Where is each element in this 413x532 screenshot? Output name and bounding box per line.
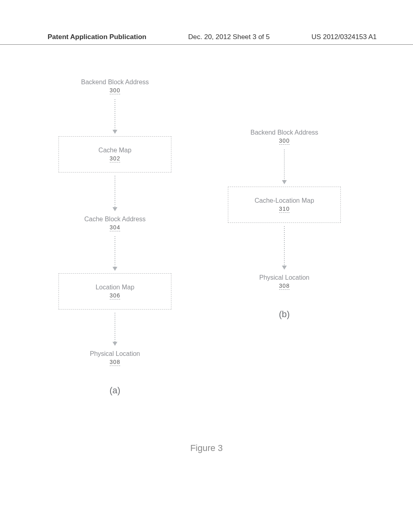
step-refnum: 300 xyxy=(279,137,290,145)
header-right: US 2012/0324153 A1 xyxy=(311,33,377,41)
step-refnum: 304 xyxy=(110,224,120,231)
flow-label: Physical Location 308 xyxy=(58,348,171,368)
flow-b: Backend Block Address 300 Cache-Location… xyxy=(228,127,341,320)
step-refnum: 302 xyxy=(110,155,120,162)
arrow-down-icon xyxy=(111,235,119,272)
flow-sublabel: (b) xyxy=(228,309,341,320)
figure-caption: Figure 3 xyxy=(0,443,413,453)
step-title: Cache Block Address xyxy=(58,215,171,223)
step-title: Physical Location xyxy=(58,350,171,358)
arrow-down-icon xyxy=(280,225,288,270)
arrow-down-icon xyxy=(111,312,119,347)
header-mid: Dec. 20, 2012 Sheet 3 of 5 xyxy=(188,33,270,41)
header-left: Patent Application Publication xyxy=(48,33,146,41)
flow-label: Cache Block Address 304 xyxy=(58,214,171,233)
svg-marker-3 xyxy=(113,207,117,211)
step-title: Backend Block Address xyxy=(58,78,171,86)
flow-box: Location Map 306 xyxy=(58,273,171,310)
page-header: Patent Application Publication Dec. 20, … xyxy=(0,33,413,45)
figure-area: Backend Block Address 300 Cache Map 302 … xyxy=(0,64,413,520)
svg-marker-5 xyxy=(113,267,117,271)
step-title: Cache-Location Map xyxy=(233,197,336,205)
step-refnum: 308 xyxy=(279,283,290,290)
flow-box: Cache-Location Map 310 xyxy=(228,187,341,223)
flow-label: Backend Block Address 300 xyxy=(228,127,341,146)
flow-a: Backend Block Address 300 Cache Map 302 … xyxy=(58,77,171,396)
svg-marker-7 xyxy=(113,342,117,346)
flow-sublabel: (a) xyxy=(58,385,171,396)
flow-label: Backend Block Address 300 xyxy=(58,77,171,96)
svg-marker-9 xyxy=(282,180,287,184)
svg-marker-11 xyxy=(282,266,287,270)
step-title: Cache Map xyxy=(64,146,166,154)
arrow-down-icon xyxy=(280,149,288,185)
step-refnum: 308 xyxy=(110,359,120,366)
step-title: Location Map xyxy=(64,283,166,291)
arrow-down-icon xyxy=(111,175,119,212)
step-title: Backend Block Address xyxy=(228,129,341,137)
flow-label: Physical Location 308 xyxy=(228,272,341,291)
svg-marker-1 xyxy=(113,130,117,134)
step-refnum: 300 xyxy=(110,87,120,94)
step-refnum: 310 xyxy=(279,206,290,213)
step-refnum: 306 xyxy=(110,292,120,299)
flow-box: Cache Map 302 xyxy=(58,136,171,172)
step-title: Physical Location xyxy=(228,274,341,282)
arrow-down-icon xyxy=(111,98,119,135)
